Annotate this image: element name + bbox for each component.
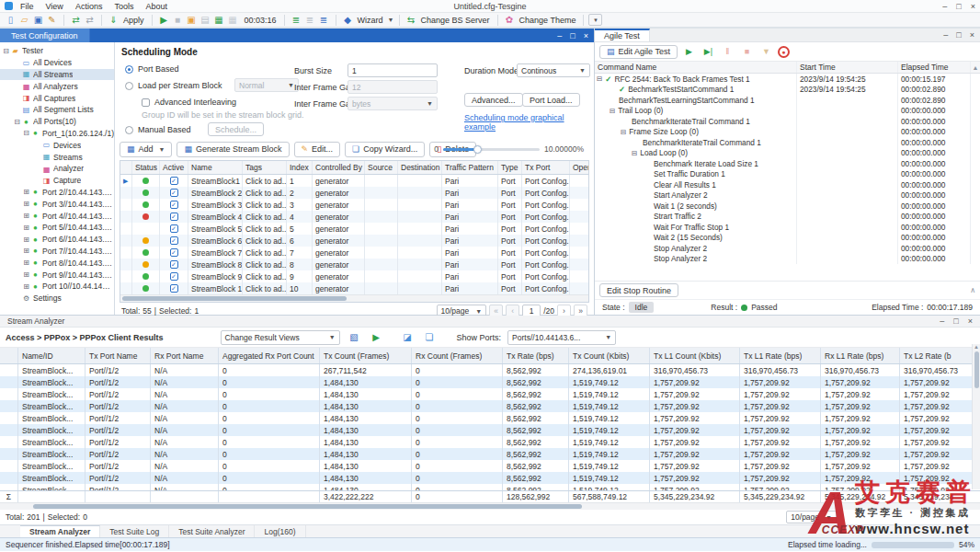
tree-expander-icon[interactable]: ⊟ [2, 47, 10, 55]
col-controlled-by[interactable]: Controlled By [313, 161, 365, 174]
agile-command-row[interactable]: BenchmarkIterateTrail Command 1 00:00:00… [595, 116, 980, 127]
tree-item[interactable]: ⊟ ● Port_1(10.26.124./1) [0, 128, 114, 140]
tree-item[interactable]: ⊞ ● Port 4//10.44.143.64/1/1 [0, 210, 114, 222]
open-file-icon[interactable]: ▱ [17, 14, 31, 26]
start-analyzer-icon[interactable]: ≣ [290, 14, 303, 26]
panel-minimize-button[interactable]: – [557, 31, 562, 40]
analyzer-per-page-select[interactable]: 10/page▼ [786, 511, 837, 523]
tree-expander-icon[interactable]: ⊟ [610, 107, 615, 115]
agile-command-row[interactable]: Wait For Traffic Stop 1 00:00:00.000 [595, 222, 980, 233]
col-tx-rate[interactable]: Tx Rate (bps) [503, 348, 569, 363]
tree-expander-icon[interactable]: ⊞ [22, 236, 30, 244]
generate-stream-block-button[interactable]: ▦Generate Stream Block [177, 142, 289, 157]
tree-expander-icon[interactable]: ⊟ [13, 118, 21, 126]
cell-tags[interactable]: Click to ad... [243, 247, 287, 259]
agile-command-row[interactable]: Stop Analyzer 2 00:00:00.000 [595, 243, 980, 254]
tree-item[interactable]: ◨ All Captures [0, 92, 114, 104]
tree-expander-icon[interactable]: ⊟ [22, 129, 30, 137]
col-command-name[interactable]: Command Name [595, 62, 797, 73]
stream-table-row[interactable]: ▶ ✓ StreamBlock1 Click to ad... 1 genera… [120, 175, 588, 187]
col-rx-port-name[interactable]: Rx Port Name [151, 348, 219, 363]
new-file-icon[interactable]: ▯ [4, 14, 17, 26]
active-checkbox[interactable]: ✓ [170, 248, 178, 257]
menu-actions[interactable]: Actions [75, 2, 103, 11]
tree-item[interactable]: ⊞ ● Port 5//10.44.143.64/1/1 [0, 222, 114, 234]
change-theme-button[interactable]: ✿ Change Theme [503, 14, 579, 26]
cell-tags[interactable]: Click to ad... [243, 187, 287, 199]
menu-tools[interactable]: Tools [114, 2, 133, 11]
tree-expander-icon[interactable]: ⊟ [632, 149, 637, 157]
col-destination[interactable]: Destination [398, 161, 442, 174]
analyzer-hscrollbar[interactable] [0, 502, 980, 510]
collapse-icon[interactable]: ∧ [970, 286, 975, 294]
edit-stop-routine-button[interactable]: Edit Stop Routine [599, 283, 678, 297]
apply-button[interactable]: ⇓ Apply [107, 14, 147, 26]
tab-agile-test[interactable]: Agile Test [595, 29, 650, 41]
stream-table-row[interactable]: ✓ StreamBlock 4 Click to ad... 4 generat… [120, 211, 588, 223]
col-type[interactable]: Type [498, 161, 522, 174]
tree-item[interactable]: ⊞ ● Port 9//10.44.143.64/1/1 [0, 269, 114, 281]
pause-traffic-icon[interactable]: ▤ [199, 14, 212, 26]
panel-close-button[interactable]: × [584, 31, 588, 40]
tab-stream-analyzer[interactable]: Stream Analyzer [20, 525, 100, 537]
analyzer-result-row[interactable]: StreamBlock... Port//1/2 N/A 0 1,484,130… [0, 412, 980, 424]
connect-chassis-icon[interactable]: ⇄ [69, 14, 83, 26]
cell-tags[interactable]: Click to ad... [243, 211, 287, 223]
col-traffic-pattern[interactable]: Traffic Pattern [442, 161, 498, 174]
agile-record-button[interactable]: ● [778, 46, 790, 58]
tree-expander-icon[interactable]: ⊞ [22, 188, 30, 196]
agile-command-row[interactable]: Wait 2 (15 Seconds) 00:00:00.000 [595, 233, 980, 244]
active-checkbox[interactable]: ✓ [170, 177, 178, 185]
tree-expander-icon[interactable]: ⊞ [22, 259, 30, 267]
agile-command-row[interactable]: Clear All Results 1 00:00:00.000 [595, 179, 980, 190]
stream-table-row[interactable]: ✓ StreamBlock 9 Click to ad... 9 generat… [120, 270, 588, 282]
col-tx-port[interactable]: Tx Port [522, 161, 570, 174]
col-tags[interactable]: Tags [243, 161, 287, 174]
disconnect-chassis-icon[interactable]: ⇄ [83, 14, 97, 26]
active-checkbox[interactable]: ✓ [170, 272, 178, 281]
analyzer-result-row[interactable]: StreamBlock... Port//1/2 N/A 0 1,484,130… [0, 460, 980, 472]
cell-tags[interactable]: Click to ad... [243, 235, 287, 247]
active-checkbox[interactable]: ✓ [170, 201, 178, 209]
analyzer-result-row[interactable]: StreamBlock... Port//1/2 N/A 0 1,484,130… [0, 484, 980, 490]
wizard-button[interactable]: ◆ Wizard▼ [341, 14, 394, 26]
change-bs-server-button[interactable]: ⇆ Change BS Server [405, 14, 493, 26]
edit-agile-test-button[interactable]: ▤Edit Agile Test [599, 45, 678, 59]
tree-item[interactable]: ▦ Streams [0, 151, 114, 163]
agile-pause-button[interactable]: ‖ [720, 45, 735, 59]
save-icon[interactable]: ▣ [31, 14, 45, 26]
edit-button[interactable]: ✎Edit... [294, 142, 341, 157]
analyzer-result-row[interactable]: StreamBlock... Port//1/2 N/A 0 1,484,130… [0, 400, 980, 412]
stream-table-row[interactable]: ✓ StreamBlock 10 Click to ad... 10 gener… [120, 282, 588, 294]
schedule-button[interactable]: Schedule... [208, 122, 264, 136]
toolbar-overflow-button[interactable]: ▼ [588, 14, 602, 26]
col-tx-count-frames[interactable]: Tx Count (Frames) [320, 348, 412, 363]
load-slider[interactable]: 0 10.00000% [434, 144, 584, 154]
analyzer-play-button[interactable]: ▶ [369, 330, 384, 344]
advanced-button[interactable]: Advanced... [464, 93, 523, 107]
tree-expander-icon[interactable]: ⊞ [22, 224, 30, 232]
burst-size-input[interactable]: 1 [348, 63, 438, 77]
show-ports-select[interactable]: Ports//10.44143.6...▼ [507, 330, 616, 345]
agile-command-row[interactable]: Benchmark Iterate Load Size 1 00:00:00.0… [595, 158, 980, 169]
tree-item[interactable]: ▦ All Streams [0, 69, 114, 81]
minimize-button[interactable]: – [942, 2, 947, 11]
panel-close-button[interactable]: × [970, 30, 974, 40]
agile-command-row[interactable]: ⊟ Load Loop (0) 00:00:00.000 [595, 148, 980, 159]
eraser-icon[interactable]: ◪ [400, 330, 416, 344]
menu-file[interactable]: File [20, 2, 34, 11]
stream-table-hscrollbar[interactable] [120, 294, 588, 302]
tree-item[interactable]: ⚙ Settings [0, 293, 114, 305]
stop-capture-icon[interactable]: ▦ [226, 14, 240, 26]
stop-traffic-icon[interactable]: ■ [171, 14, 185, 26]
load-mode-select[interactable]: Normal▼ [234, 78, 299, 92]
col-tx-l2-rate[interactable]: Tx L2 Rate (b [900, 348, 980, 363]
tree-expander-icon[interactable]: ⊟ [621, 128, 626, 136]
active-checkbox[interactable]: ✓ [170, 213, 178, 221]
pause-analyzer-icon[interactable]: ≣ [303, 14, 317, 26]
analyzer-result-row[interactable]: StreamBlock... Port//1/2 N/A 0 1,484,130… [0, 436, 980, 448]
cell-tags[interactable]: Click to ad... [243, 282, 287, 294]
tree-item[interactable]: ◨ Capture [0, 175, 114, 187]
tree-expander-icon[interactable]: ⊞ [22, 247, 30, 255]
tree-item[interactable]: ▅ All Analyzers [0, 80, 114, 92]
